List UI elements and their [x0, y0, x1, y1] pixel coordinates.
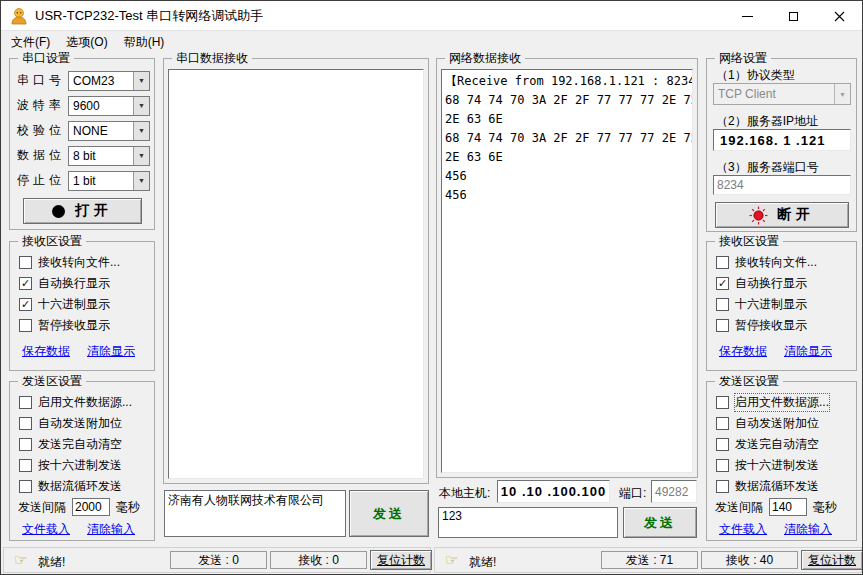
dropdown-value: 9600	[69, 97, 133, 115]
server-port-field[interactable]: 8234	[713, 175, 851, 195]
minimize-button[interactable]	[724, 1, 770, 31]
checkbox-row-4[interactable]: 数据流循环发送	[10, 476, 154, 497]
action-link-1[interactable]: 清除显示	[87, 343, 135, 360]
serial-send-interval-input[interactable]	[72, 498, 110, 516]
maximize-icon	[789, 12, 798, 21]
serial-status-text: 就绪!	[38, 554, 65, 571]
checkbox-row-0[interactable]: 启用文件数据源...	[707, 392, 856, 413]
chevron-down-icon[interactable]: ▼	[133, 72, 149, 90]
checkbox[interactable]	[19, 480, 32, 493]
checkbox[interactable]	[716, 438, 729, 451]
close-button[interactable]	[816, 1, 862, 31]
checkbox-row-1[interactable]: 自动发送附加位	[707, 413, 856, 434]
serial-reset-count-button[interactable]: 复位计数	[370, 550, 432, 570]
checkbox[interactable]	[716, 459, 729, 472]
checkbox[interactable]	[716, 480, 729, 493]
checkbox-row-1[interactable]: ✓自动换行显示	[707, 273, 856, 294]
checkbox-row-3[interactable]: 暂停接收显示	[707, 315, 856, 336]
checkbox-row-2[interactable]: 十六进制显示	[707, 294, 856, 315]
open-port-button[interactable]: 打开	[23, 198, 142, 224]
checkbox[interactable]	[19, 256, 32, 269]
serial-send-button[interactable]: 发送	[349, 490, 429, 537]
local-host-field[interactable]: 10 .10 .100.100	[497, 480, 610, 503]
serial-send-interval-row: 发送间隔 毫秒	[18, 498, 140, 516]
checkbox[interactable]	[19, 319, 32, 332]
serial-field-row-1: 波特率9600▼	[10, 93, 154, 118]
checkbox-row-3[interactable]: 暂停接收显示	[10, 315, 154, 336]
serial-field-row-4: 停止位1 bit▼	[10, 168, 154, 193]
checkbox-row-2[interactable]: ✓十六进制显示	[10, 294, 154, 315]
checkbox-row-2[interactable]: 发送完自动清空	[10, 434, 154, 455]
serial-status-panel: ☞ 就绪! 发送 : 0 接收 : 0 复位计数	[3, 547, 431, 573]
checkbox-row-3[interactable]: 按十六进制发送	[10, 455, 154, 476]
checkbox-row-2[interactable]: 发送完自动清空	[707, 434, 856, 455]
dropdown-value: 8 bit	[69, 147, 133, 165]
checkbox[interactable]: ✓	[19, 277, 32, 290]
checkbox-row-1[interactable]: ✓自动换行显示	[10, 273, 154, 294]
network-reset-count-button[interactable]: 复位计数	[801, 550, 863, 570]
serial-receive-area[interactable]	[168, 69, 424, 479]
checkbox[interactable]	[19, 417, 32, 430]
checkbox-row-1[interactable]: 自动发送附加位	[10, 413, 154, 434]
checkbox[interactable]	[716, 319, 729, 332]
maximize-button[interactable]	[770, 1, 816, 31]
checkbox[interactable]	[716, 396, 729, 409]
dropdown-0[interactable]: COM23▼	[68, 71, 150, 91]
chevron-down-icon[interactable]: ▼	[133, 97, 149, 115]
serial-receive-links: 保存数据清除显示	[22, 343, 135, 360]
checkbox-label: 发送完自动清空	[38, 436, 122, 453]
title-bar: USR-TCP232-Test 串口转网络调试助手	[1, 1, 862, 31]
network-receive-area[interactable]: 【Receive from 192.168.1.121 : 8234】:68 7…	[441, 69, 693, 473]
checkbox[interactable]: ✓	[19, 298, 32, 311]
checkbox-label: 自动换行显示	[38, 275, 110, 292]
checkbox-label: 数据流循环发送	[38, 478, 122, 495]
serial-receive-settings-group: 接收区设置 接收转向文件...✓自动换行显示✓十六进制显示暂停接收显示 保存数据…	[9, 241, 155, 371]
checkbox-row-4[interactable]: 数据流循环发送	[707, 476, 856, 497]
protocol-type-dropdown[interactable]: TCP Client ▼	[713, 83, 851, 105]
dropdown-3[interactable]: 8 bit▼	[68, 146, 150, 166]
network-send-input[interactable]: 123	[438, 507, 618, 538]
dropdown-2[interactable]: NONE▼	[68, 121, 150, 141]
action-link-0[interactable]: 文件载入	[719, 521, 767, 538]
dropdown-4[interactable]: 1 bit▼	[68, 171, 150, 191]
dropdown-1[interactable]: 9600▼	[68, 96, 150, 116]
action-link-0[interactable]: 文件载入	[22, 521, 70, 538]
receive-line-3: 68 74 74 70 3A 2F 2F 77 77 77 2E 75 73 7…	[442, 129, 692, 148]
checkbox[interactable]	[19, 438, 32, 451]
checkbox[interactable]	[19, 396, 32, 409]
checkbox-row-0[interactable]: 接收转向文件...	[707, 252, 856, 273]
field-label: 串口号	[17, 72, 68, 89]
disconnect-button[interactable]: 断开	[715, 202, 849, 228]
checkbox-row-0[interactable]: 启用文件数据源...	[10, 392, 154, 413]
checkbox-label: 启用文件数据源...	[735, 394, 829, 411]
serial-send-input[interactable]: 济南有人物联网技术有限公司	[164, 490, 346, 537]
serial-send-links: 文件载入清除输入	[22, 521, 135, 538]
local-port-field[interactable]: 49282	[651, 480, 697, 503]
window-controls	[724, 1, 862, 31]
action-link-0[interactable]: 保存数据	[22, 343, 70, 360]
checkbox-row-0[interactable]: 接收转向文件...	[10, 252, 154, 273]
network-send-interval-input[interactable]	[769, 498, 807, 516]
action-link-1[interactable]: 清除输入	[87, 521, 135, 538]
chevron-down-icon[interactable]: ▼	[133, 147, 149, 165]
action-link-1[interactable]: 清除显示	[784, 343, 832, 360]
checkbox[interactable]	[716, 417, 729, 430]
network-send-button[interactable]: 发送	[623, 507, 697, 538]
checkbox[interactable]: ✓	[716, 277, 729, 290]
checkbox[interactable]	[716, 298, 729, 311]
action-link-1[interactable]: 清除输入	[784, 521, 832, 538]
group-title: 网络数据接收	[445, 51, 525, 65]
chevron-down-icon[interactable]: ▼	[133, 122, 149, 140]
checkbox[interactable]	[716, 256, 729, 269]
chevron-down-icon[interactable]: ▼	[133, 172, 149, 190]
checkbox-label: 自动发送附加位	[735, 415, 819, 432]
network-settings-group: 网络设置 （1）协议类型 TCP Client ▼ （2）服务器IP地址 192…	[706, 58, 857, 232]
checkbox-label: 发送完自动清空	[735, 436, 819, 453]
action-link-0[interactable]: 保存数据	[719, 343, 767, 360]
server-ip-field[interactable]: 192.168. 1 .121	[713, 129, 851, 151]
menu-item-2[interactable]: 帮助(H)	[116, 31, 173, 54]
checkbox[interactable]	[19, 459, 32, 472]
checkbox-label: 十六进制显示	[735, 296, 807, 313]
checkbox-row-3[interactable]: 按十六进制发送	[707, 455, 856, 476]
serial-field-row-3: 数据位8 bit▼	[10, 143, 154, 168]
